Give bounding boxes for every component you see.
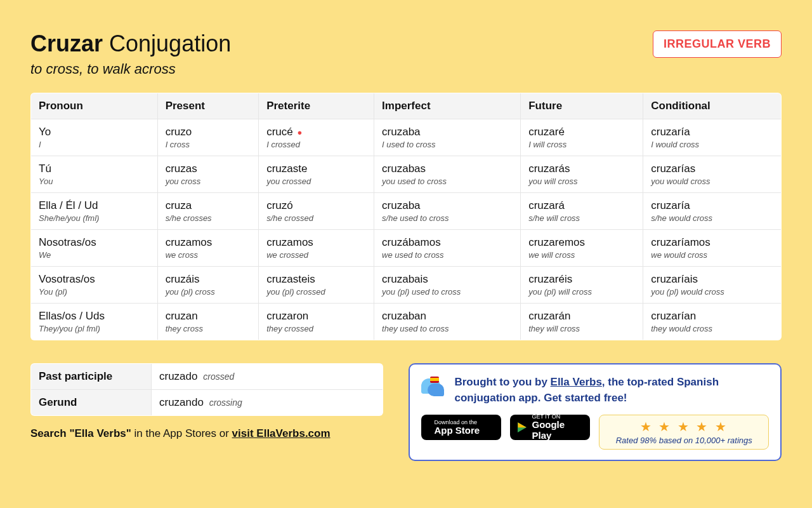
conj-cell: cruzasyou cross (157, 156, 259, 193)
conj-cell: cruzabanthey used to cross (374, 304, 521, 340)
table-row: TúYoucruzasyou crosscruzasteyou crossedc… (31, 156, 782, 193)
star-icons: ★ ★ ★ ★ ★ (606, 419, 762, 434)
table-row: Ellas/os / UdsThey/you (pl fml)cruzanthe… (31, 304, 782, 340)
conj-cell: cruzabaI used to cross (374, 119, 521, 156)
title-verb: Cruzar (30, 30, 103, 57)
promo-box: Brought to you by Ella Verbs, the top-ra… (409, 363, 782, 461)
pronoun-cell: Ellas/os / UdsThey/you (pl fml) (31, 304, 158, 340)
conj-cell: cruzaríaI would cross (643, 119, 782, 156)
conj-cell: crucé ●I crossed (259, 119, 374, 156)
conj-cell: cruzaréisyou (pl) will cross (521, 267, 643, 304)
conj-cell: cruzas/he crosses (157, 193, 259, 230)
conj-cell: cruzabasyou used to cross (374, 156, 521, 193)
conj-cell: cruzaríamoswe would cross (643, 230, 782, 267)
pronoun-cell: Ella / Él / UdShe/he/you (fml) (31, 193, 158, 230)
subtitle: to cross, to walk across (30, 61, 231, 77)
col-header: Present (157, 93, 259, 119)
gerund-label: Gerund (31, 390, 152, 416)
conj-cell: cruzaránthey will cross (521, 304, 643, 340)
pronoun-cell: YoI (31, 119, 158, 156)
gerund-value: cruzando crossing (152, 390, 383, 416)
play-icon (518, 422, 527, 432)
conj-cell: cruzabas/he used to cross (374, 193, 521, 230)
conj-cell: cruzabaisyou (pl) used to cross (374, 267, 521, 304)
page-title: Cruzar Conjugation (30, 30, 231, 57)
promo-text: Brought to you by Ella Verbs, the top-ra… (454, 375, 769, 406)
google-play-button[interactable]: GET IT ON Google Play (510, 415, 590, 440)
conj-cell: cruzamoswe cross (157, 230, 259, 267)
col-header: Future (521, 93, 643, 119)
conj-cell: cruzós/he crossed (259, 193, 374, 230)
conj-cell: cruzaronthey crossed (259, 304, 374, 340)
rating-box: ★ ★ ★ ★ ★ Rated 98% based on 10,000+ rat… (599, 415, 769, 450)
pronoun-cell: Nosotras/osWe (31, 230, 158, 267)
past-participle-label: Past participle (31, 364, 152, 390)
participle-table: Past participle cruzado crossed Gerund c… (30, 363, 383, 416)
ella-verbs-link[interactable]: Ella Verbs (551, 376, 602, 388)
table-row: Vosotras/osYou (pl)cruzáisyou (pl) cross… (31, 267, 782, 304)
conj-cell: cruzarás/he will cross (521, 193, 643, 230)
conj-cell: cruzaríaisyou (pl) would cross (643, 267, 782, 304)
table-row: Nosotras/osWecruzamoswe crosscruzamoswe … (31, 230, 782, 267)
search-line: Search "Ella Verbs" in the App Stores or… (30, 427, 383, 440)
app-icon (421, 375, 445, 399)
conj-cell: cruzarías/he would cross (643, 193, 782, 230)
conj-cell: cruzaremoswe will cross (521, 230, 643, 267)
col-header: Imperfect (374, 93, 521, 119)
table-row: Ella / Él / UdShe/he/you (fml)cruzas/he … (31, 193, 782, 230)
past-participle-value: cruzado crossed (152, 364, 383, 390)
conj-cell: cruzamoswe crossed (259, 230, 374, 267)
conj-cell: cruzasteisyou (pl) crossed (259, 267, 374, 304)
conj-cell: cruzáisyou (pl) cross (157, 267, 259, 304)
pronoun-cell: TúYou (31, 156, 158, 193)
conj-cell: cruzanthey cross (157, 304, 259, 340)
conj-cell: cruzoI cross (157, 119, 259, 156)
app-store-button[interactable]: Download on the App Store (421, 415, 501, 440)
conj-cell: cruzábamoswe used to cross (374, 230, 521, 267)
conjugation-table: PronounPresentPreteriteImperfectFutureCo… (30, 93, 782, 340)
conj-cell: cruzarásyou will cross (521, 156, 643, 193)
visit-link[interactable]: visit EllaVerbs.com (232, 427, 331, 439)
col-header: Conditional (643, 93, 782, 119)
pronoun-cell: Vosotras/osYou (pl) (31, 267, 158, 304)
conj-cell: cruzaríanthey would cross (643, 304, 782, 340)
col-header: Pronoun (31, 93, 158, 119)
irregular-badge: IRREGULAR VERB (653, 30, 782, 58)
conj-cell: cruzaríasyou would cross (643, 156, 782, 193)
table-row: YoIcruzoI crosscrucé ●I crossedcruzabaI … (31, 119, 782, 156)
title-rest: Conjugation (109, 30, 231, 57)
col-header: Preterite (259, 93, 374, 119)
conj-cell: cruzaréI will cross (521, 119, 643, 156)
conj-cell: cruzasteyou crossed (259, 156, 374, 193)
